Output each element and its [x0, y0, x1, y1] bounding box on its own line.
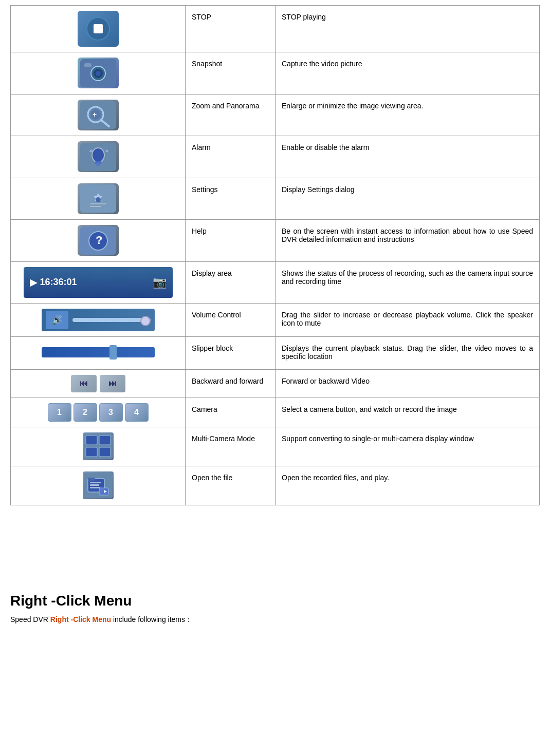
desc-cell-volume: Drag the slider to increase or decrease …	[276, 303, 540, 336]
section-intro: Speed DVR Right -Click Menu include foll…	[10, 615, 540, 625]
icon-cell-display-area: ▶ 16:36:01 📷	[11, 261, 186, 303]
table-row: ⏮ ⏭ Backward and forward Forward or back…	[11, 369, 540, 398]
table-row: Open the file Open the recorded files, a…	[11, 466, 540, 505]
camera-label: Camera	[192, 405, 217, 413]
name-cell-backward-forward: Backward and forward	[186, 369, 276, 398]
volume-slider	[72, 318, 151, 322]
svg-rect-24	[86, 436, 97, 445]
multi-camera-description: Support converting to single-or multi-ca…	[282, 434, 474, 443]
backward-forward-label: Backward and forward	[192, 377, 263, 385]
svg-rect-32	[90, 484, 99, 486]
settings-label: Settings	[192, 185, 218, 194]
camera-circle-icon: 📷	[153, 276, 167, 289]
display-area-label: Display area	[192, 269, 232, 277]
name-cell-alarm: Alarm	[186, 136, 276, 178]
alarm-icon	[78, 141, 119, 172]
volume-label: Volume Control	[192, 311, 241, 319]
svg-point-15	[96, 162, 100, 166]
table-row: 🔊 Volume Control Drag the slider to incr…	[11, 303, 540, 336]
volume-description: Drag the slider to increase or decrease …	[282, 311, 533, 327]
section-title: Right -Click Menu	[10, 593, 540, 609]
name-cell-volume: Volume Control	[186, 303, 276, 336]
settings-description: Display Settings dialog	[282, 185, 355, 194]
table-row: Slipper block Displays the current playb…	[11, 336, 540, 369]
desc-cell-camera: Select a camera button, and watch or rec…	[276, 398, 540, 427]
backward-forward-icon: ⏮ ⏭	[71, 375, 125, 392]
settings-icon	[78, 183, 119, 214]
icon-cell-open-file	[11, 466, 186, 505]
time-value: 16:36:01	[40, 277, 77, 288]
icon-cell-slipper	[11, 336, 186, 369]
camera-btn-3: 3	[99, 403, 123, 422]
snapshot-label: Snapshot	[192, 60, 222, 68]
desc-cell-display-area: Shows the status of the process of recor…	[276, 261, 540, 303]
table-row: Alarm Enable or disable the alarm	[11, 136, 540, 178]
zoom-icon: +	[78, 100, 119, 130]
slipper-label: Slipper block	[192, 344, 233, 352]
table-row: Settings Display Settings dialog	[11, 178, 540, 220]
table-row: Multi-Camera Mode Support converting to …	[11, 427, 540, 466]
camera-btn-4: 4	[125, 403, 149, 422]
camera-btn-2: 2	[74, 403, 97, 422]
camera-btn-1: 1	[48, 403, 71, 422]
name-cell-zoom: Zoom and Panorama	[186, 94, 276, 136]
slipper-icon	[42, 347, 155, 357]
backward-icon: ⏮	[71, 375, 97, 392]
icon-cell-multi-camera	[11, 427, 186, 466]
help-description: Be on the screen with instant access to …	[282, 227, 533, 243]
svg-rect-33	[90, 487, 100, 488]
zoom-label: Zoom and Panorama	[192, 102, 260, 110]
open-file-description: Open the recorded files, and play.	[282, 474, 389, 482]
desc-cell-help: Be on the screen with instant access to …	[276, 220, 540, 262]
svg-rect-26	[86, 447, 97, 457]
speaker-icon: 🔊	[46, 311, 68, 329]
table-row: Snapshot Capture the video picture	[11, 52, 540, 94]
svg-rect-27	[99, 447, 111, 457]
intro-highlight: Right -Click Menu	[50, 615, 111, 623]
intro-prefix: Speed DVR	[10, 615, 50, 623]
desc-cell-open-file: Open the recorded files, and play.	[276, 466, 540, 505]
desc-cell-snapshot: Capture the video picture	[276, 52, 540, 94]
backward-forward-description: Forward or backward Video	[282, 377, 370, 385]
desc-cell-alarm: Enable or disable the alarm	[276, 136, 540, 178]
camera-description: Select a camera button, and watch or rec…	[282, 405, 457, 413]
name-cell-settings: Settings	[186, 178, 276, 220]
table-row: + Zoom and Panorama Enlarge or minimize …	[11, 94, 540, 136]
name-cell-snapshot: Snapshot	[186, 52, 276, 94]
page-wrapper: STOP STOP playing	[0, 0, 550, 653]
name-cell-open-file: Open the file	[186, 466, 276, 505]
open-file-label: Open the file	[192, 474, 232, 482]
name-cell-stop: STOP	[186, 6, 276, 52]
icon-cell-volume: 🔊	[11, 303, 186, 336]
icon-cell-camera: 1 2 3 4	[11, 398, 186, 427]
volume-icon: 🔊	[42, 309, 155, 331]
svg-text:+: +	[93, 110, 97, 119]
table-row: 1 2 3 4 Camera Select a camera button, a…	[11, 398, 540, 427]
display-time: ▶ 16:36:01	[30, 277, 77, 288]
alarm-description: Enable or disable the alarm	[282, 143, 369, 152]
svg-text:?: ?	[96, 234, 102, 247]
stop-label: STOP	[192, 13, 211, 21]
play-triangle-icon: ▶	[30, 277, 37, 288]
svg-point-19	[96, 197, 101, 202]
desc-cell-multi-camera: Support converting to single-or multi-ca…	[276, 427, 540, 466]
display-area-icon: ▶ 16:36:01 📷	[24, 267, 173, 298]
desc-cell-zoom: Enlarge or minimize the image viewing ar…	[276, 94, 540, 136]
name-cell-multi-camera: Multi-Camera Mode	[186, 427, 276, 466]
svg-point-5	[96, 71, 101, 76]
multi-camera-label: Multi-Camera Mode	[192, 434, 255, 443]
name-cell-display-area: Display area	[186, 261, 276, 303]
alarm-label: Alarm	[192, 143, 211, 152]
camera-buttons-icon: 1 2 3 4	[48, 403, 149, 422]
icon-cell-zoom: +	[11, 94, 186, 136]
icon-cell-help: ?	[11, 220, 186, 262]
slipper-description: Displays the current playback status. Dr…	[282, 344, 533, 361]
name-cell-slipper: Slipper block	[186, 336, 276, 369]
name-cell-help: Help	[186, 220, 276, 262]
table-row: ? Help Be on the screen with instant acc…	[11, 220, 540, 262]
svg-rect-6	[84, 63, 91, 67]
icon-cell-snapshot	[11, 52, 186, 94]
snapshot-icon	[78, 58, 119, 88]
desc-cell-slipper: Displays the current playback status. Dr…	[276, 336, 540, 369]
icon-cell-stop	[11, 6, 186, 52]
